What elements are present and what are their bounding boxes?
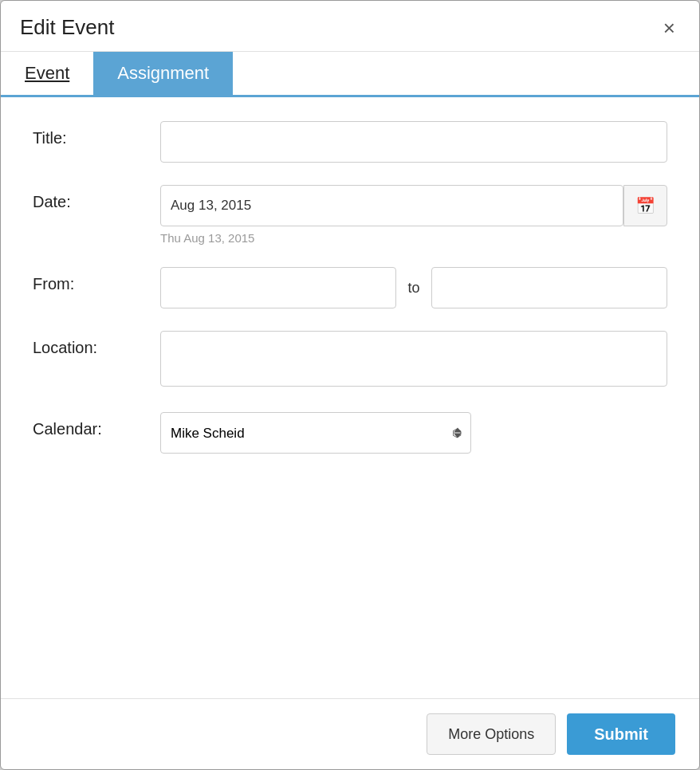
from-control: to	[160, 267, 667, 308]
from-label: From:	[33, 267, 160, 293]
to-time-input[interactable]	[431, 267, 667, 308]
from-row: From: to	[33, 267, 667, 308]
form-body: Title: Date: 📅 Thu Aug 13, 2015 From:	[1, 97, 699, 698]
location-row: Location:	[33, 331, 667, 390]
title-label: Title:	[33, 121, 160, 147]
edit-event-dialog: Edit Event × Event Assignment Title: Dat…	[0, 0, 700, 770]
dialog-title: Edit Event	[20, 15, 115, 40]
calendar-icon: 📅	[635, 196, 655, 215]
date-input[interactable]	[160, 185, 623, 226]
date-field-wrapper: 📅	[160, 185, 667, 226]
date-control: 📅 Thu Aug 13, 2015	[160, 185, 667, 245]
close-button[interactable]: ×	[659, 16, 680, 40]
calendar-select-wrapper: Mike Scheid	[160, 412, 471, 454]
location-label: Location:	[33, 331, 160, 357]
date-row: Date: 📅 Thu Aug 13, 2015	[33, 185, 667, 245]
from-row-inner: to	[160, 267, 667, 308]
title-control	[160, 121, 667, 163]
location-control	[160, 331, 667, 390]
to-separator: to	[404, 280, 423, 297]
calendar-picker-button[interactable]: 📅	[623, 185, 667, 226]
date-label: Date:	[33, 185, 160, 211]
from-time-input[interactable]	[160, 267, 396, 308]
calendar-select[interactable]: Mike Scheid	[160, 412, 471, 454]
calendar-label: Calendar:	[33, 412, 160, 438]
more-options-button[interactable]: More Options	[427, 713, 556, 755]
tab-assignment[interactable]: Assignment	[93, 52, 233, 95]
dialog-header: Edit Event ×	[1, 1, 699, 52]
location-input[interactable]	[160, 331, 667, 387]
tabs-container: Event Assignment	[1, 52, 699, 97]
calendar-row: Calendar: Mike Scheid	[33, 412, 667, 454]
tab-event[interactable]: Event	[1, 52, 93, 95]
calendar-control: Mike Scheid	[160, 412, 667, 454]
date-hint: Thu Aug 13, 2015	[160, 231, 667, 245]
title-row: Title:	[33, 121, 667, 163]
title-input[interactable]	[160, 121, 667, 163]
submit-button[interactable]: Submit	[567, 713, 675, 755]
dialog-footer: More Options Submit	[1, 698, 699, 769]
